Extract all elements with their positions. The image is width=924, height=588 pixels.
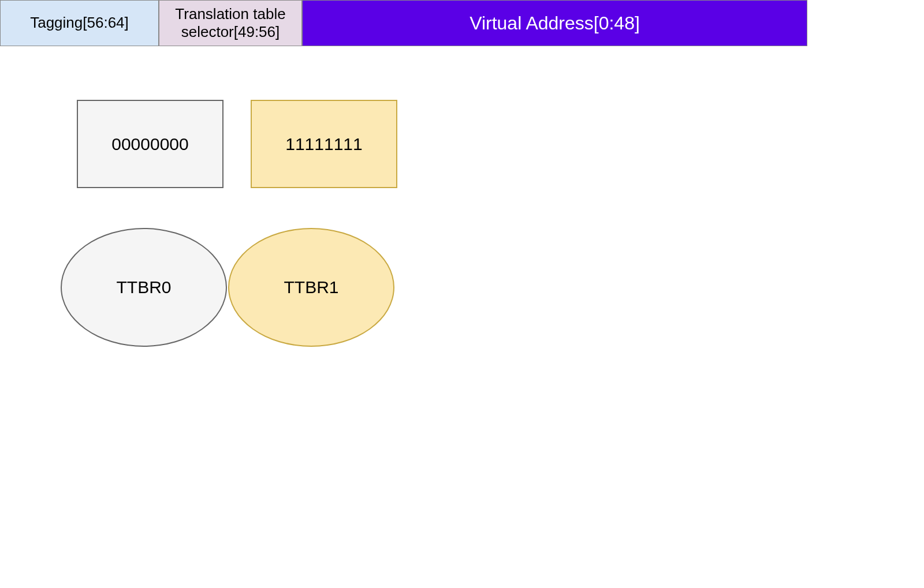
selector-value-ones: 11111111 xyxy=(251,100,397,188)
selector-value-zeros: 00000000 xyxy=(77,100,223,188)
register-ttbr0: TTBR0 xyxy=(61,228,227,347)
segment-virtual-address: Virtual Address[0:48] xyxy=(302,0,807,46)
address-bit-layout: Tagging[56:64] Translation table selecto… xyxy=(0,0,807,46)
segment-translation-table-selector: Translation table selector[49:56] xyxy=(159,0,302,46)
register-ttbr1: TTBR1 xyxy=(228,228,394,347)
segment-tagging: Tagging[56:64] xyxy=(0,0,159,46)
